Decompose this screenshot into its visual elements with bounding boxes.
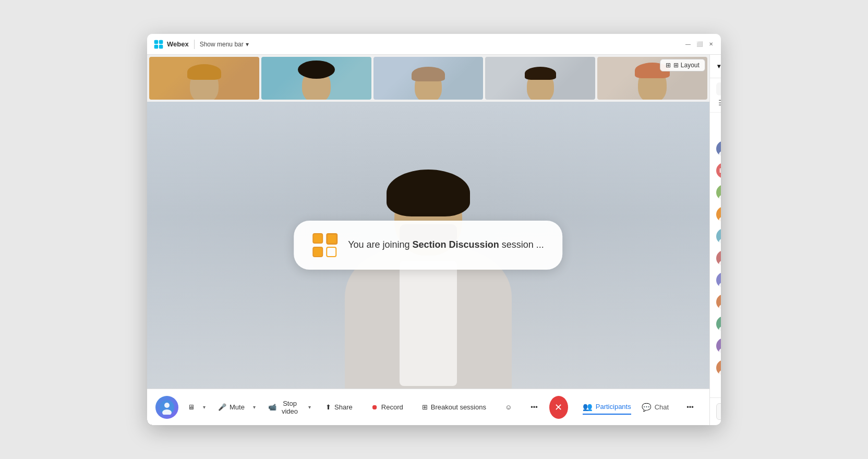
layout-button[interactable]: ⊞ ⊞ Layout bbox=[660, 59, 705, 71]
stop-video-button[interactable]: 📹 Stop video bbox=[263, 395, 305, 419]
titlebar: Webex Show menu bar ▾ — ⬜ ✕ bbox=[147, 34, 721, 55]
maximize-button[interactable]: ⬜ bbox=[696, 41, 703, 48]
window-controls: — ⬜ ✕ bbox=[684, 41, 715, 48]
svg-rect-0 bbox=[154, 40, 159, 44]
mic-icon: 🎤 bbox=[218, 403, 226, 411]
search-bar: 🔍 ☰ bbox=[710, 78, 721, 113]
sq-top-left bbox=[312, 233, 323, 244]
avatar bbox=[716, 250, 721, 266]
sidebar-footer: Mute All Unmute All ••• bbox=[710, 397, 721, 425]
participant-item[interactable]: Marcus Grey Cohost bbox=[710, 138, 721, 160]
participants-icon: 👥 bbox=[583, 402, 593, 412]
participant-item[interactable]: Alison Cassidy 📹 🎤 bbox=[710, 247, 721, 269]
sq-top-right bbox=[326, 233, 337, 245]
svg-rect-3 bbox=[159, 44, 163, 49]
record-icon: ⏺ bbox=[371, 403, 378, 411]
record-button[interactable]: ⏺ Record bbox=[364, 399, 411, 415]
svg-point-16 bbox=[719, 260, 721, 266]
search-wrap: 🔍 bbox=[716, 82, 721, 95]
avatar bbox=[716, 141, 721, 156]
stop-video-dropdown[interactable]: ▾ bbox=[305, 400, 314, 414]
video-area: ⊞ ⊞ Layout bbox=[147, 55, 709, 425]
participant-item[interactable]: Barbara German 📹 🎤 bbox=[710, 225, 721, 247]
mute-split[interactable]: 🎤 Mute ▾ bbox=[213, 399, 259, 415]
share-button[interactable]: ⬆ Share bbox=[318, 399, 360, 415]
end-icon: ✕ bbox=[554, 402, 562, 413]
sidebar-participants: ▾ Participants ⬚ ✕ 🔍 ☰ 🖥 bbox=[709, 55, 721, 425]
share-icon: ⬆ bbox=[326, 403, 331, 411]
thumbnail-1[interactable] bbox=[149, 57, 259, 100]
svg-point-8 bbox=[719, 151, 721, 156]
participants-list: 🖥 SHN7-17-APR5 📹 🎤 Marcus Grey Cohost bbox=[710, 113, 721, 397]
tab-participants[interactable]: 👥 Participants bbox=[583, 400, 631, 415]
sidebar-header: ▾ Participants ⬚ ✕ bbox=[710, 55, 721, 78]
participant-item[interactable]: EW Elizabeth Wu bbox=[710, 160, 721, 182]
participant-item[interactable]: Marc Brown 📹 🎤 bbox=[710, 335, 721, 357]
app-window: Webex Show menu bar ▾ — ⬜ ✕ bbox=[147, 34, 721, 425]
participant-item[interactable]: Catherine Sinu Host, presenter 📹 🎤 bbox=[710, 203, 721, 225]
thumbnail-4[interactable] bbox=[485, 57, 595, 100]
avatar bbox=[716, 338, 721, 354]
end-call-button[interactable]: ✕ bbox=[549, 396, 568, 419]
layout-icon: ⊞ bbox=[666, 62, 671, 69]
avatar bbox=[716, 185, 721, 200]
participant-item[interactable]: Simon Jones 📹 🎤 bbox=[710, 313, 721, 335]
app-name: Webex bbox=[167, 40, 189, 48]
svg-point-14 bbox=[719, 238, 721, 244]
video-effects-icon: 🖥 bbox=[188, 403, 195, 411]
svg-point-24 bbox=[719, 348, 721, 354]
tab-chat[interactable]: 💬 Chat bbox=[642, 401, 669, 414]
breakout-button[interactable]: ⊞ Breakout sessions bbox=[415, 399, 493, 415]
mute-dropdown[interactable]: ▾ bbox=[250, 400, 259, 414]
joining-text: You are joining Section Discussion sessi… bbox=[348, 238, 544, 251]
svg-point-26 bbox=[719, 370, 721, 376]
avatar bbox=[716, 294, 721, 310]
sidebar-title: ▾ Participants bbox=[717, 62, 721, 71]
thumbnail-strip: ⊞ ⊞ Layout bbox=[147, 55, 709, 102]
more-options-button[interactable]: ••• bbox=[523, 399, 545, 415]
session-item: 🖥 SHN7-17-APR5 📹 🎤 bbox=[710, 116, 721, 138]
svg-rect-2 bbox=[154, 44, 159, 49]
sidebar-more-button[interactable]: ••• bbox=[679, 399, 701, 415]
bottom-nav: 👥 Participants 💬 Chat ••• bbox=[583, 399, 701, 415]
participant-item[interactable]: Giacomo Edwards 📹 🎤 bbox=[710, 269, 721, 291]
svg-point-18 bbox=[719, 282, 721, 288]
chat-icon: 💬 bbox=[642, 403, 652, 412]
breakout-icon: ⊞ bbox=[422, 403, 428, 411]
participant-item[interactable]: Brenda Song 🎤 bbox=[710, 357, 721, 379]
app-logo: Webex bbox=[153, 39, 189, 50]
video-effects-split[interactable]: 🖥 ▾ bbox=[183, 399, 209, 415]
svg-point-10 bbox=[719, 195, 721, 200]
mute-button[interactable]: 🎤 Mute bbox=[213, 399, 250, 415]
sq-bottom-right bbox=[326, 247, 336, 257]
emoji-icon: ☺ bbox=[505, 403, 512, 411]
main-content: ⊞ ⊞ Layout bbox=[147, 55, 721, 425]
svg-point-22 bbox=[719, 326, 721, 332]
stop-video-split[interactable]: 📹 Stop video ▾ bbox=[263, 395, 314, 419]
thumbnail-3[interactable] bbox=[373, 57, 484, 100]
participant-item[interactable]: Maria Rossi bbox=[710, 182, 721, 203]
video-effects-dropdown[interactable]: ▾ bbox=[200, 400, 209, 414]
participant-item[interactable]: Brenda Song 🎤 bbox=[710, 291, 721, 313]
svg-rect-1 bbox=[159, 40, 163, 44]
menu-bar-toggle[interactable]: Show menu bar ▾ bbox=[200, 41, 249, 48]
session-icon: 🖥 bbox=[716, 119, 721, 135]
sort-button[interactable]: ☰ bbox=[716, 98, 721, 108]
avatar bbox=[716, 207, 721, 222]
user-avatar-button[interactable] bbox=[155, 396, 178, 419]
close-button[interactable]: ✕ bbox=[707, 41, 715, 48]
mute-all-button[interactable]: Mute All bbox=[716, 403, 721, 420]
emoji-button[interactable]: ☺ bbox=[498, 399, 519, 415]
avatar bbox=[716, 360, 721, 376]
more-dots-icon: ••• bbox=[686, 403, 694, 411]
svg-point-5 bbox=[164, 403, 170, 408]
divider bbox=[194, 40, 195, 49]
thumbnail-2[interactable] bbox=[261, 57, 371, 100]
camera-icon: 📹 bbox=[268, 403, 276, 411]
main-video: You are joining Section Discussion sessi… bbox=[147, 102, 709, 389]
minimize-button[interactable]: — bbox=[684, 41, 692, 48]
joining-overlay: You are joining Section Discussion sessi… bbox=[294, 221, 563, 270]
video-effects-button[interactable]: 🖥 bbox=[183, 399, 200, 415]
webex-logo-squares bbox=[312, 233, 337, 257]
chevron-icon: ▾ bbox=[717, 63, 720, 70]
